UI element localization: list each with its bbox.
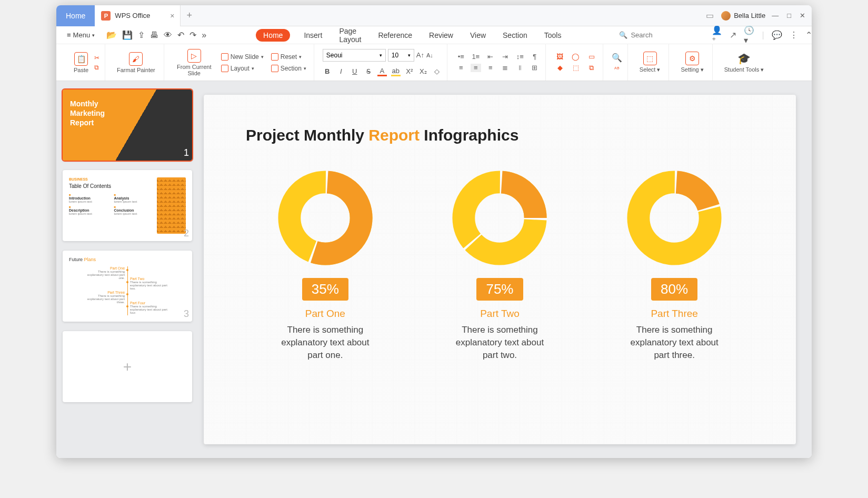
font-name-select[interactable]: Seoui▾ [323,49,386,62]
plus-icon: + [123,358,132,375]
undo-icon[interactable]: ↶ [177,30,184,40]
font-size-select[interactable]: 10▾ [388,49,414,62]
slide-thumbnail-2[interactable]: BUSINESS Table Of Contents ■ Introductio… [63,170,192,241]
ribbon-tab-section[interactable]: Section [500,29,531,42]
align-center-icon[interactable]: ≡ [471,64,481,72]
justify-icon[interactable]: ≣ [500,64,511,72]
ribbon-tab-view[interactable]: View [467,29,489,42]
ribbon-tab-page-layout[interactable]: Page Layout [336,25,364,46]
tablet-mode-icon[interactable]: ▭ [706,11,714,21]
student-tools-icon: 🎓 [737,52,751,65]
kebab-icon[interactable]: ⋮ [790,30,798,40]
home-main-tab[interactable]: Home [56,5,95,26]
font-color-icon[interactable]: A [377,67,387,76]
paste-button[interactable]: 📋 Paste [68,52,94,73]
share-icon[interactable]: ↗ [730,30,736,40]
superscript-icon[interactable]: X² [405,67,414,75]
textbox-icon[interactable]: ▭ [586,53,597,61]
select-button[interactable]: ⬚ Select ▾ [636,52,664,73]
more-qat-icon[interactable]: » [202,31,206,40]
ribbon-tab-tools[interactable]: Tools [541,29,565,42]
donut-chart-3 [627,171,722,265]
add-slide-thumbnail[interactable]: + [63,331,192,402]
new-tab-button[interactable]: + [181,10,199,21]
copy-icon[interactable]: ⧉ [94,64,99,71]
add-user-icon[interactable]: 👤⁺ [712,25,722,45]
align-left-icon[interactable]: ≡ [456,64,466,72]
new-slide-button[interactable]: New Slide▾ [219,52,266,62]
ribbon-tab-reference[interactable]: Reference [375,29,415,42]
layout-icon [221,65,228,72]
text-direction-icon[interactable]: ¶ [530,53,540,61]
bold-icon[interactable]: B [323,67,332,75]
export-icon[interactable]: ⇪ [138,30,145,40]
minimize-icon[interactable]: — [772,12,779,19]
close-window-icon[interactable]: ✕ [800,12,805,19]
window-controls: — □ ✕ [772,12,812,19]
line-spacing-icon[interactable]: ↕≡ [515,53,525,61]
search-box[interactable]: 🔍 [619,31,710,39]
reset-label: Reset [281,53,297,61]
print-icon[interactable]: 🖶 [150,31,158,40]
paste-icon: 📋 [74,52,88,66]
find-icon[interactable]: 🔍 [612,53,622,63]
reset-button[interactable]: Reset▾ [269,52,308,62]
ribbon-group-clipboard: 📋 Paste ✂ ⧉ [63,44,105,81]
part-name-3: Part Three [651,308,697,320]
menu-button[interactable]: ≡ Menu ▾ [63,29,99,41]
ribbon-group-student: 🎓 Student Tools ▾ [716,44,773,81]
slide-thumbnail-3[interactable]: Future Future PlansPlans Part OneThere i… [63,251,192,322]
layout-button[interactable]: Layout▾ [219,64,266,73]
bullets-icon[interactable]: •≡ [456,53,466,61]
open-icon[interactable]: 📂 [106,30,117,40]
numbering-icon[interactable]: 1≡ [471,53,481,61]
save-icon[interactable]: 💾 [122,30,133,40]
ribbon-group-insert-small: 🖼 ◯ ▭ ◆ ⬚ ⧉ [549,44,603,81]
font-size-value: 10 [392,52,398,59]
distribute-icon[interactable]: ⫴ [515,64,525,72]
italic-icon[interactable]: I [336,67,346,75]
section-button[interactable]: Section▾ [269,64,308,73]
replace-icon[interactable]: ᴬᴮ [614,66,620,73]
cut-icon[interactable]: ✂ [94,54,99,62]
maximize-icon[interactable]: □ [787,12,791,19]
strikethrough-icon[interactable]: S̶ [364,67,373,75]
decrease-font-icon[interactable]: A↓ [426,52,433,58]
underline-icon[interactable]: U [350,67,360,75]
thumb-number: 3 [184,308,189,320]
ribbon-tab-insert[interactable]: Insert [301,29,325,42]
ribbon-tab-review[interactable]: Review [426,29,456,42]
wps-presentation-icon: P [101,11,111,21]
align-right-icon[interactable]: ≡ [485,64,496,72]
subscript-icon[interactable]: X₂ [418,67,428,75]
redo-icon[interactable]: ↷ [189,30,196,40]
arrange-icon[interactable]: ⬚ [570,64,582,72]
setting-icon: ⚙ [685,52,699,65]
decrease-indent-icon[interactable]: ⇤ [485,53,496,61]
group-icon[interactable]: ⧉ [586,64,597,72]
history-icon[interactable]: 🕓▾ [744,25,754,45]
current-slide[interactable]: Project Monthly Report Infographics 35% … [204,95,796,444]
shape-fill-icon[interactable]: ◆ [554,64,566,72]
close-tab-icon[interactable]: × [170,12,174,20]
preview-icon[interactable]: 👁 [164,31,172,40]
picture-icon[interactable]: 🖼 [554,53,566,61]
ribbon-tab-home[interactable]: Home [256,29,290,42]
increase-font-icon[interactable]: A↑ [416,51,424,59]
user-chip[interactable]: Bella Little [721,11,765,21]
format-painter-button[interactable]: 🖌 Farmat Painter [114,52,158,73]
chat-icon[interactable]: 💬 [772,30,782,40]
increase-indent-icon[interactable]: ⇥ [500,53,511,61]
shapes-icon[interactable]: ◯ [570,53,582,61]
search-input[interactable] [631,31,710,39]
from-current-slide-button[interactable]: ▷ From Current Slide [173,49,216,76]
student-tools-button[interactable]: 🎓 Student Tools ▾ [721,52,767,73]
donut-chart-2 [452,171,547,265]
clear-format-icon[interactable]: ◇ [432,67,442,75]
columns-icon[interactable]: ⊞ [530,64,540,72]
collapse-ribbon-icon[interactable]: ⌃ [805,30,812,40]
document-tab[interactable]: P WPS Office × [95,5,180,26]
setting-button[interactable]: ⚙ Setting ▾ [677,52,706,73]
slide-thumbnail-1[interactable]: Monthly Marketing Report 1 [63,89,192,161]
highlight-icon[interactable]: ab [391,67,401,76]
